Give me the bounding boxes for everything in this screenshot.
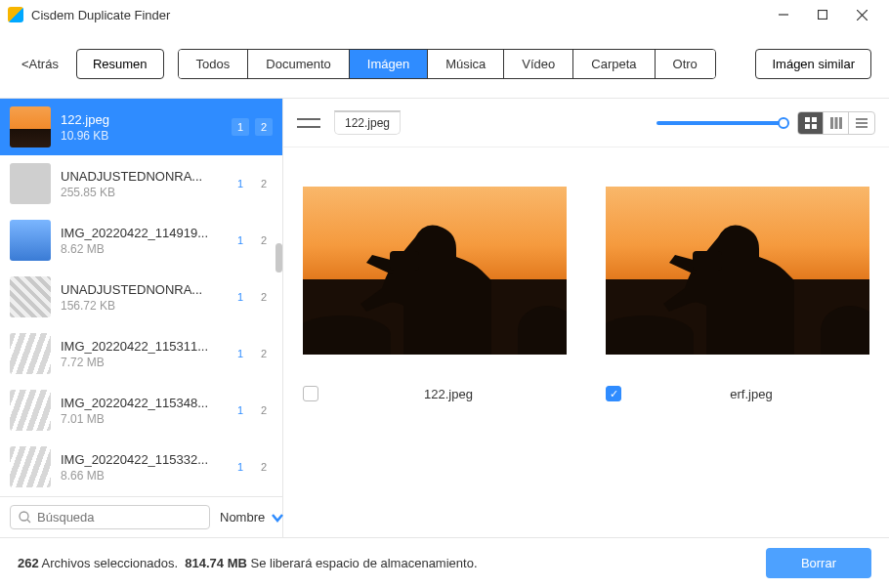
search-icon	[19, 511, 31, 524]
badge-1[interactable]: 1	[232, 401, 249, 419]
file-size: 8.62 MB	[61, 242, 222, 256]
file-meta: IMG_20220422_115348...7.01 MB	[61, 396, 222, 426]
back-button[interactable]: <Atrás	[18, 49, 63, 79]
preview-tab[interactable]: 122.jpeg	[334, 110, 401, 135]
view-grid-button[interactable]	[798, 112, 824, 134]
preview-image[interactable]	[606, 187, 869, 355]
svg-rect-13	[856, 118, 868, 120]
list-item[interactable]: IMG_20220422_115348...7.01 MB12	[0, 382, 282, 439]
preview-image[interactable]	[303, 187, 567, 355]
view-mode-group	[797, 111, 875, 135]
badge-2[interactable]: 2	[255, 231, 273, 249]
file-size: 156.72 KB	[61, 299, 222, 313]
file-list[interactable]: 122.jpeg10.96 KB12UNADJUSTEDNONRA...255.…	[0, 99, 282, 496]
list-item[interactable]: 122.jpeg10.96 KB12	[0, 99, 282, 155]
file-name: IMG_20220422_115332...	[61, 452, 222, 467]
view-columns-button[interactable]	[824, 112, 849, 134]
close-button[interactable]	[842, 0, 881, 29]
tab-document[interactable]: Documento	[248, 50, 349, 78]
badge-1[interactable]: 1	[232, 345, 249, 362]
preview-area: 122.jpeg✓erf.jpeg	[283, 147, 889, 537]
zoom-slider[interactable]	[656, 121, 783, 125]
preview-card: 122.jpeg	[303, 187, 567, 401]
badge-1[interactable]: 1	[232, 175, 249, 192]
svg-rect-10	[830, 117, 833, 129]
sort-button[interactable]: Nombre	[220, 510, 284, 525]
file-size: 255.85 KB	[61, 186, 222, 199]
thumbnail-icon	[10, 446, 51, 487]
badge-1[interactable]: 1	[232, 288, 249, 306]
scrollbar-thumb[interactable]	[275, 243, 282, 273]
slider-knob[interactable]	[778, 117, 789, 129]
badge-2[interactable]: 2	[255, 458, 273, 476]
sort-label: Nombre	[220, 510, 265, 525]
dup-badges: 12	[232, 458, 273, 476]
file-name: UNADJUSTEDNONRA...	[61, 169, 222, 184]
file-name: IMG_20220422_115311...	[61, 339, 222, 354]
list-item[interactable]: UNADJUSTEDNONRA...255.85 KB12	[0, 155, 282, 212]
search-row: Nombre	[0, 496, 282, 537]
badge-1[interactable]: 1	[232, 118, 249, 136]
dup-badges: 12	[232, 288, 273, 306]
file-name: 122.jpeg	[61, 112, 222, 127]
badge-2[interactable]: 2	[255, 118, 273, 136]
thumbnail-icon	[10, 220, 51, 261]
badge-2[interactable]: 2	[255, 401, 273, 419]
thumbnail-icon	[10, 106, 51, 147]
app-logo-icon	[8, 7, 23, 22]
svg-rect-1	[819, 11, 827, 20]
file-meta: UNADJUSTEDNONRA...156.72 KB	[61, 282, 222, 313]
dup-badges: 12	[232, 175, 273, 192]
file-size: 7.72 MB	[61, 356, 222, 369]
list-item[interactable]: IMG_20220422_115332...8.66 MB12	[0, 439, 282, 495]
window-title: Cisdem Duplicate Finder	[31, 8, 764, 22]
badge-2[interactable]: 2	[255, 345, 273, 362]
similar-image-button[interactable]: Imágen similar	[755, 49, 871, 79]
badge-2[interactable]: 2	[255, 175, 273, 192]
tab-folder[interactable]: Carpeta	[573, 50, 655, 78]
search-box[interactable]	[10, 505, 210, 529]
svg-rect-15	[856, 126, 868, 128]
titlebar: Cisdem Duplicate Finder	[0, 0, 889, 29]
summary-button[interactable]: Resumen	[76, 49, 164, 79]
freed-size: 814.74 MB	[185, 556, 247, 570]
badge-1[interactable]: 1	[232, 231, 249, 249]
drag-handle-icon[interactable]	[297, 118, 320, 128]
caption-row: 122.jpeg	[303, 386, 567, 401]
list-item[interactable]: IMG_20220422_115311...7.72 MB12	[0, 325, 282, 382]
delete-button[interactable]: Borrar	[766, 548, 871, 578]
badge-2[interactable]: 2	[255, 288, 273, 306]
list-item[interactable]: IMG_20220422_114919...8.62 MB12	[0, 212, 282, 269]
thumbnail-icon	[10, 276, 51, 317]
badge-1[interactable]: 1	[232, 458, 249, 476]
minimize-button[interactable]	[764, 0, 803, 29]
select-checkbox[interactable]: ✓	[606, 386, 621, 401]
svg-rect-14	[856, 122, 868, 124]
svg-rect-7	[812, 117, 817, 122]
dup-badges: 12	[232, 345, 273, 362]
view-list-button[interactable]	[849, 112, 874, 134]
tab-image[interactable]: Imágen	[350, 50, 428, 78]
dup-badges: 12	[232, 231, 273, 249]
main-panel: 122.jpeg 122.jpeg✓erf.jpeg	[283, 99, 889, 537]
file-meta: IMG_20220422_115332...8.66 MB	[61, 452, 222, 483]
search-input[interactable]	[37, 510, 201, 525]
preview-toolbar: 122.jpeg	[283, 99, 889, 147]
category-tabs: Todos Documento Imágen Música Vídeo Carp…	[178, 49, 716, 79]
maximize-button[interactable]	[803, 0, 842, 29]
tab-other[interactable]: Otro	[656, 50, 715, 78]
tab-video[interactable]: Vídeo	[504, 50, 573, 78]
status-text: 262 Archivos seleccionados. 814.74 MB Se…	[18, 556, 478, 570]
select-checkbox[interactable]	[303, 386, 318, 401]
thumbnail-icon	[10, 163, 51, 204]
file-size: 10.96 KB	[61, 129, 222, 143]
dup-badges: 12	[232, 401, 273, 419]
svg-line-5	[27, 520, 30, 523]
file-name: UNADJUSTEDNONRA...	[61, 282, 222, 297]
list-item[interactable]: UNADJUSTEDNONRA...156.72 KB12	[0, 269, 282, 325]
tab-music[interactable]: Música	[428, 50, 504, 78]
thumbnail-icon	[10, 390, 51, 431]
svg-rect-6	[805, 117, 810, 122]
sidebar: 122.jpeg10.96 KB12UNADJUSTEDNONRA...255.…	[0, 99, 283, 537]
tab-all[interactable]: Todos	[179, 50, 249, 78]
